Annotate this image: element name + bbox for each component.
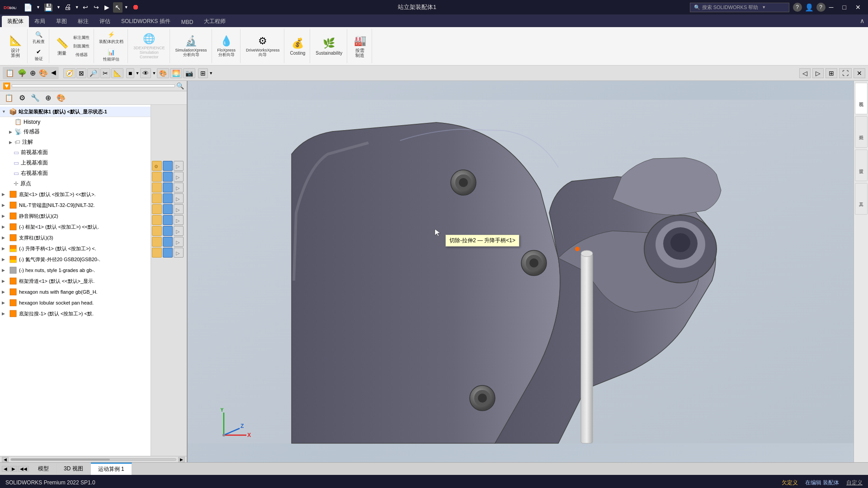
tree-item-spring[interactable]: ▶ (-) 氮气弹簧-外径20 GSB20[GSB20-. [0, 254, 151, 265]
render-icon[interactable]: 📷 [183, 68, 195, 78]
display-dropdown-icon[interactable]: ▼ [135, 71, 139, 75]
tree-item-front-plane[interactable]: ▭ 前视基准面 [0, 147, 151, 158]
record-icon[interactable]: ⏺ [130, 2, 141, 12]
restore-button[interactable]: □ [839, 3, 850, 12]
hole-verify-button[interactable]: ✔ 验证 [33, 46, 45, 63]
manufacture-button[interactable]: 🏭 按需制造 [351, 33, 369, 59]
filter-input[interactable] [12, 84, 175, 87]
dropdown-arrow4[interactable]: ▼ [124, 5, 128, 9]
design-study-button[interactable]: 📐 设计算例 [6, 33, 24, 59]
tab-plugins[interactable]: SOLIDWORKS 插件 [116, 16, 176, 27]
redo-icon[interactable]: ↪ [92, 3, 101, 12]
minimize-button[interactable]: ─ [826, 3, 837, 12]
undo-icon[interactable]: ↩ [81, 3, 90, 12]
part-btn-6c[interactable]: ▷ [174, 215, 184, 225]
select-icon[interactable]: ↖ [113, 2, 123, 13]
property-mgr-icon[interactable]: ⚙ [17, 93, 27, 103]
view-layout-icon[interactable]: ⊞ [198, 68, 208, 78]
tree-item-base-frame[interactable]: ▶ 底架<1> (默认 <按加工>) <<默认>. [0, 189, 151, 200]
tree-item-annotations[interactable]: ▶ 🏷 注解 [0, 137, 151, 147]
part-btn-9a[interactable] [152, 248, 162, 258]
print-icon[interactable]: 🖨 [62, 2, 73, 12]
orient-icon[interactable]: 🧭 [63, 68, 75, 78]
tree-root[interactable]: ▼ 📦 站立架装配体1 (默认) <默认_显示状态-1 [0, 107, 151, 117]
tab-mbd[interactable]: MBD [176, 17, 199, 27]
tree-item-history[interactable]: 📋 History [0, 117, 151, 127]
ribbon-collapse-icon[interactable]: ∧ [856, 15, 868, 26]
scene-icon[interactable]: 🌅 [170, 68, 182, 78]
display-style-icon[interactable]: ■ [126, 68, 134, 78]
appearance-mgr-icon[interactable]: 🎨 [55, 93, 67, 103]
zoom-area-icon[interactable]: 🔎 [87, 68, 99, 78]
properties-icon[interactable]: ⊕ [29, 68, 37, 78]
tab-assembly[interactable]: 装配体 [2, 16, 29, 27]
part-btn-3a[interactable] [152, 183, 162, 192]
hide-dropdown-icon[interactable]: ▼ [152, 71, 156, 75]
tree-item-handle[interactable]: ▶ (-) 升降手柄<1> (默认 <按加工>) <. [0, 243, 151, 254]
part-btn-5c[interactable]: ▷ [174, 204, 184, 214]
collapse-icon[interactable]: ◀ [50, 68, 57, 78]
config-mgr-icon[interactable]: 🔧 [29, 93, 42, 103]
solid-features-icon[interactable]: 📋 [3, 93, 15, 103]
perf-eval2-button[interactable]: 📊 性能评估 [102, 47, 121, 63]
part-btn-8a[interactable] [152, 237, 162, 247]
floxpress-button[interactable]: 💧 FloXpress分析向导 [216, 33, 238, 59]
tree-item-top-plane[interactable]: ▭ 上视基准面 [0, 158, 151, 168]
view-toggle-icon[interactable]: 📋 [5, 68, 15, 78]
prev-view-icon[interactable]: ◁ [799, 68, 811, 78]
part-btn-8c[interactable]: ▷ [174, 237, 184, 247]
part-btn-5b[interactable] [163, 204, 173, 214]
scroll-right-btn[interactable]: ▶ [178, 457, 185, 462]
next-view-icon[interactable]: ▷ [812, 68, 824, 78]
save-icon[interactable]: 💾 [42, 2, 55, 13]
tab-engineer[interactable]: 大工程师 [198, 16, 231, 27]
tree-item-sensors[interactable]: ▶ 📡 传感器 [0, 127, 151, 137]
scroll-left-btn[interactable]: ◀ [2, 457, 9, 462]
dimension-expert-icon[interactable]: ⊕ [43, 93, 53, 103]
tree-item-nilt[interactable]: ▶ NIL-T管端盖[NILT-32-C9](NILT-32. [0, 200, 151, 211]
dropdown-arrow[interactable]: ▼ [36, 5, 40, 9]
part-btn-1a[interactable]: ⚙ [152, 161, 162, 171]
dropdown-arrow3[interactable]: ▼ [75, 5, 79, 9]
section-prop-button[interactable]: 剖面属性 [72, 42, 91, 50]
part-btn-4c[interactable]: ▷ [174, 193, 184, 203]
right-panel-4[interactable]: 工具 [855, 183, 868, 215]
search-box[interactable]: 🔍 搜索 SOLIDWORKS 帮助 ▼ [690, 3, 789, 12]
user-icon[interactable]: 👤 [805, 3, 814, 12]
run-icon[interactable]: ▶ [103, 3, 111, 12]
part-btn-4b[interactable] [163, 193, 173, 203]
part-btn-4a[interactable] [152, 193, 162, 203]
close-button[interactable]: ✕ [852, 3, 864, 12]
part-btn-8b[interactable] [163, 237, 173, 247]
view-orient-icon[interactable]: 📐 [111, 68, 123, 78]
part-btn-2b[interactable] [163, 172, 173, 182]
feature-tree-icon[interactable]: 🌳 [17, 68, 28, 78]
new-icon[interactable]: 📄 [22, 2, 34, 13]
help-icon[interactable]: ? [793, 3, 802, 12]
tree-item-casters[interactable]: ▶ 静音脚轮(默认)(2) [0, 211, 151, 221]
tree-item-flange-nuts[interactable]: ▶ hexagon nuts with flange gb(GB_H. [0, 286, 151, 297]
part-btn-9b[interactable] [163, 248, 173, 258]
tree-item-origin[interactable]: ✛ 原点 [0, 178, 151, 189]
mark-prop-button[interactable]: 标注属性 [72, 34, 91, 42]
part-btn-6b[interactable] [163, 215, 173, 225]
costing-button[interactable]: 💰 Costing [288, 36, 307, 57]
part-btn-3c[interactable]: ▷ [174, 183, 184, 192]
right-panel-2[interactable]: 外观 [855, 116, 868, 148]
search-dropdown-icon[interactable]: ▼ [762, 5, 766, 9]
hide-show-icon[interactable]: 👁 [140, 68, 151, 78]
part-btn-5a[interactable] [152, 204, 162, 214]
tab-model[interactable]: 模型 [31, 463, 57, 475]
tab-3d-view[interactable]: 3D 视图 [57, 463, 91, 475]
view-dropdown-icon[interactable]: ▼ [209, 71, 213, 75]
right-panel-3[interactable]: 设置 [855, 150, 868, 181]
tree-item-rail[interactable]: ▶ 框架滑道<1> (默认 <<默认>_显示. [0, 276, 151, 286]
tree-item-lobular[interactable]: ▶ hexagon lobular socket pan head. [0, 297, 151, 308]
expander-icon[interactable]: ▼ [2, 109, 8, 114]
part-btn-1b[interactable] [163, 161, 173, 171]
right-panel-1[interactable]: 视图 [855, 83, 868, 114]
viewport[interactable]: 切除-拉伸2 — 升降手柄<1> X Y Z 视图 [188, 81, 868, 462]
part-btn-7b[interactable] [163, 226, 173, 236]
filter-icon[interactable]: 🔽 [3, 82, 10, 89]
driveworks-button[interactable]: ⚙ DriveWorksXpress向导 [244, 33, 281, 59]
